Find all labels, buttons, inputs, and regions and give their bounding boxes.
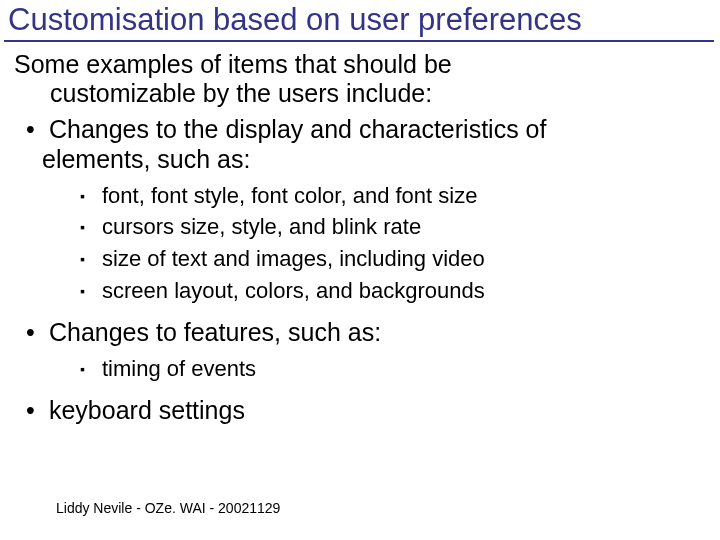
bullet-2-line1: Changes to features, such as: (49, 318, 381, 346)
bullet-2-sublist: timing of events (42, 353, 710, 385)
slide: Customisation based on user preferences … (0, 0, 720, 540)
slide-title: Customisation based on user preferences (4, 0, 714, 42)
sub-bullet: cursors size, style, and blink rate (78, 211, 710, 243)
sub-bullet: timing of events (78, 353, 710, 385)
footer-text: Liddy Nevile - OZe. WAI - 20021129 (56, 500, 280, 516)
bullet-1: Changes to the display and characteristi… (14, 112, 710, 316)
intro-line2: customizable by the users include: (14, 79, 710, 108)
bullet-1-line2: elements, such as: (42, 145, 250, 173)
intro-text: Some examples of items that should be cu… (14, 50, 710, 108)
bullet-list: Changes to the display and characteristi… (14, 112, 710, 427)
bullet-3-line1: keyboard settings (49, 396, 245, 424)
intro-line1: Some examples of items that should be (14, 50, 452, 78)
bullet-1-sublist: font, font style, font color, and font s… (42, 180, 710, 308)
bullet-2: Changes to features, such as: timing of … (14, 315, 710, 393)
sub-bullet: size of text and images, including video (78, 243, 710, 275)
bullet-1-line1: Changes to the display and characteristi… (49, 115, 547, 143)
bullet-3: keyboard settings (14, 393, 710, 427)
sub-bullet: screen layout, colors, and backgrounds (78, 275, 710, 307)
sub-bullet: font, font style, font color, and font s… (78, 180, 710, 212)
